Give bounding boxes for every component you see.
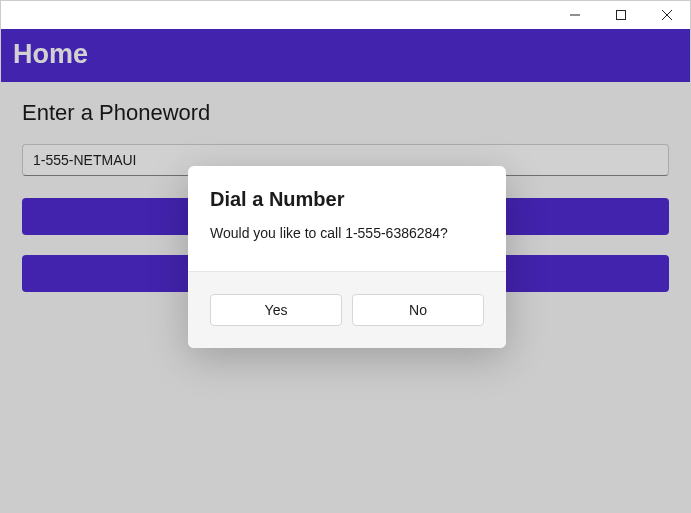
- no-button[interactable]: No: [352, 294, 484, 326]
- minimize-button[interactable]: [552, 1, 598, 29]
- dial-dialog: Dial a Number Would you like to call 1-5…: [188, 166, 506, 348]
- yes-button[interactable]: Yes: [210, 294, 342, 326]
- maximize-button[interactable]: [598, 1, 644, 29]
- dialog-title: Dial a Number: [210, 188, 484, 211]
- dialog-body: Dial a Number Would you like to call 1-5…: [188, 166, 506, 271]
- close-button[interactable]: [644, 1, 690, 29]
- dialog-footer: Yes No: [188, 271, 506, 348]
- dialog-message: Would you like to call 1-555-6386284?: [210, 225, 484, 241]
- svg-rect-1: [617, 11, 626, 20]
- window-titlebar: [1, 1, 690, 29]
